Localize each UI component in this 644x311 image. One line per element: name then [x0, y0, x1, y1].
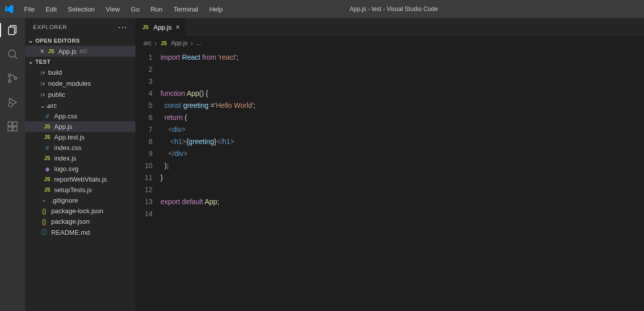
menu-file[interactable]: File: [19, 3, 40, 16]
code-content[interactable]: import React from 'react'; function App(…: [160, 51, 644, 311]
menu-selection[interactable]: Selection: [63, 3, 99, 16]
svg-point-8: [9, 103, 13, 107]
svg-point-6: [15, 77, 17, 80]
file-item[interactable]: ⓘREADME.md: [25, 227, 135, 238]
editor-tab[interactable]: JS App.js ×: [135, 18, 186, 36]
js-icon: JS: [43, 187, 51, 193]
svg-rect-11: [8, 127, 12, 131]
menu-terminal[interactable]: Terminal: [169, 3, 203, 16]
sidebar-title: EXPLORER: [33, 24, 67, 30]
search-icon[interactable]: [6, 47, 20, 61]
open-editor-item[interactable]: × JS App.js src: [25, 46, 135, 57]
breadcrumb[interactable]: src JS App.js ...: [135, 36, 644, 50]
line-gutter: 1234567891011121314: [135, 51, 160, 311]
folder-item[interactable]: ›node_modules: [25, 78, 135, 89]
json-icon: {}: [40, 218, 48, 225]
js-icon: JS: [47, 49, 55, 54]
menu-edit[interactable]: Edit: [41, 3, 62, 16]
chevron-right-icon: ›: [40, 79, 45, 87]
file-item[interactable]: ◦.gitignore: [25, 195, 135, 206]
menu-run[interactable]: Run: [145, 3, 168, 16]
chevron-right-icon: [154, 39, 157, 47]
titlebar: File Edit Selection View Go Run Terminal…: [0, 0, 644, 18]
chevron-right-icon: ›: [40, 90, 45, 98]
editor: JS App.js × src JS App.js ... 1234567891…: [135, 18, 644, 311]
source-control-icon[interactable]: [6, 71, 20, 85]
more-icon[interactable]: ⋯: [118, 22, 127, 33]
menu-go[interactable]: Go: [126, 3, 144, 16]
menu-help[interactable]: Help: [204, 3, 228, 16]
file-item[interactable]: JSApp.test.js: [25, 132, 135, 142]
css-icon: #: [43, 144, 51, 151]
js-icon: JS: [43, 134, 51, 140]
chevron-down-icon: [28, 37, 34, 44]
menu-bar: File Edit Selection View Go Run Terminal…: [19, 3, 228, 16]
js-icon: JS: [160, 41, 168, 46]
json-icon: {}: [40, 208, 48, 215]
svg-point-2: [9, 50, 16, 57]
svg-rect-10: [13, 122, 17, 126]
svg-point-5: [9, 80, 11, 83]
vscode-logo-icon: [4, 4, 14, 14]
file-item[interactable]: #index.css: [25, 142, 135, 153]
svg-rect-12: [13, 127, 17, 131]
css-icon: #: [43, 113, 51, 120]
js-icon: JS: [43, 124, 51, 129]
svg-icon: ◆: [43, 166, 51, 173]
activity-bar: [0, 18, 25, 311]
file-tree: ›build›node_modules›public⌄src#App.cssJS…: [25, 67, 135, 311]
editor-tabs: JS App.js ×: [135, 18, 644, 36]
svg-line-3: [15, 56, 17, 59]
file-item[interactable]: JSreportWebVitals.js: [25, 174, 135, 185]
js-icon: JS: [43, 156, 51, 161]
sidebar: EXPLORER ⋯ OPEN EDITORS × JS App.js src …: [25, 18, 135, 311]
folder-item[interactable]: ⌄src: [25, 100, 135, 111]
file-item[interactable]: {}package-lock.json: [25, 206, 135, 216]
file-item[interactable]: ◆logo.svg: [25, 164, 135, 174]
chevron-down-icon: ⌄: [40, 101, 45, 109]
svg-point-4: [9, 74, 11, 77]
extensions-icon[interactable]: [6, 119, 20, 133]
window-title: App.js - test - Visual Studio Code: [228, 6, 560, 13]
file-item[interactable]: JSsetupTests.js: [25, 185, 135, 195]
js-icon: JS: [43, 177, 51, 182]
chevron-right-icon: ›: [40, 68, 45, 76]
folder-item[interactable]: ›public: [25, 89, 135, 100]
close-icon[interactable]: ×: [176, 23, 180, 31]
run-debug-icon[interactable]: [6, 95, 20, 109]
chevron-right-icon: [191, 39, 193, 47]
file-item[interactable]: JSindex.js: [25, 153, 135, 164]
folder-item[interactable]: ›build: [25, 67, 135, 78]
svg-rect-1: [9, 27, 15, 35]
chevron-down-icon: [28, 58, 34, 65]
js-icon: JS: [141, 25, 149, 30]
md-icon: ⓘ: [40, 228, 48, 237]
explorer-icon[interactable]: [0, 23, 25, 37]
close-icon[interactable]: ×: [40, 47, 44, 55]
code-editor[interactable]: 1234567891011121314 import React from 'r…: [135, 50, 644, 311]
open-editors-header[interactable]: OPEN EDITORS: [25, 36, 135, 46]
git-icon: ◦: [40, 197, 48, 204]
svg-rect-9: [8, 122, 12, 126]
file-item[interactable]: {}package.json: [25, 216, 135, 227]
sidebar-header: EXPLORER ⋯: [25, 18, 135, 36]
workspace-header[interactable]: TEST: [25, 57, 135, 67]
file-item[interactable]: JSApp.js: [25, 121, 135, 132]
file-item[interactable]: #App.css: [25, 111, 135, 121]
menu-view[interactable]: View: [101, 3, 125, 16]
